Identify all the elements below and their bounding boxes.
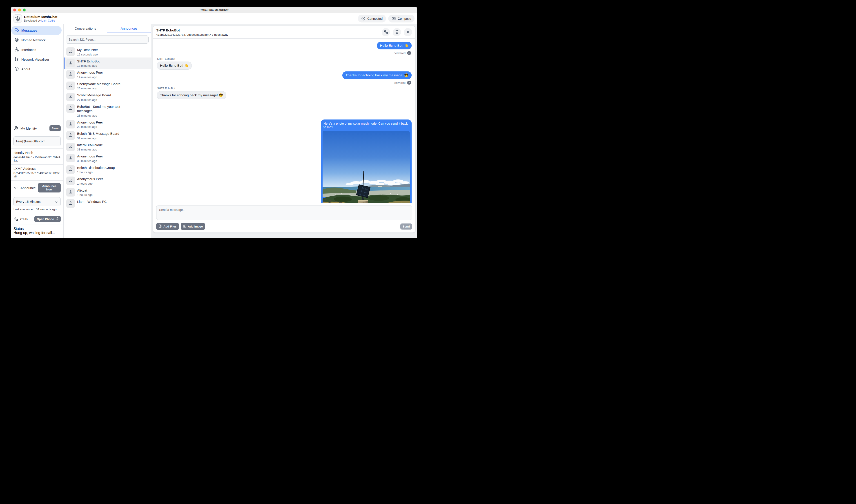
sidebar-item-nomad-network[interactable]: Nomad Network bbox=[11, 35, 62, 45]
sidebar-nav: Messages Nomad Network Interfaces Networ… bbox=[11, 24, 64, 74]
peer-name: Sovbit Message Board bbox=[77, 93, 111, 97]
peer-name: Beleth RNS Message Board bbox=[77, 131, 119, 136]
developer-link[interactable]: Liam Cottle bbox=[41, 19, 55, 22]
close-conversation-button[interactable] bbox=[404, 28, 412, 36]
tab-announces[interactable]: Announces bbox=[107, 24, 151, 33]
peer-avatar bbox=[66, 154, 75, 162]
peer-avatar bbox=[66, 59, 75, 67]
sidebar-item-interfaces[interactable]: Interfaces bbox=[11, 45, 62, 54]
status-label: Status bbox=[14, 227, 61, 231]
tab-conversations[interactable]: Conversations bbox=[64, 24, 107, 33]
add-files-button[interactable]: Add Files bbox=[156, 223, 179, 230]
sidebar-item-label: Messages bbox=[21, 29, 37, 32]
incoming-message-bubble[interactable]: Hello Echo Bot! 👋 bbox=[157, 61, 192, 70]
incoming-message: SHTF EchoBot Thanks for echoing back my … bbox=[157, 85, 412, 99]
message-input[interactable] bbox=[156, 205, 412, 220]
identity-hash-block: Identity Hash e49ac4d5b451715a647a672670… bbox=[11, 148, 64, 164]
call-peer-button[interactable] bbox=[382, 28, 390, 36]
sidebar-item-about[interactable]: About bbox=[11, 65, 62, 74]
person-icon bbox=[68, 167, 73, 173]
peer-announce-time: 12 seconds ago bbox=[77, 53, 98, 56]
status-value: Hung up, waiting for call... bbox=[14, 231, 61, 235]
peer-announce-time: 31 minutes ago bbox=[77, 137, 119, 140]
announce-now-button[interactable]: Announce Now bbox=[38, 183, 61, 193]
sidebar-item-label: About bbox=[21, 67, 30, 71]
sidebar-item-messages[interactable]: Messages bbox=[11, 26, 62, 35]
landscape-photo bbox=[322, 131, 410, 203]
sidebar-item-label: Interfaces bbox=[21, 48, 36, 52]
peer-row[interactable]: Anonymous Peer 14 minutes ago bbox=[64, 69, 151, 80]
outgoing-message-bubble[interactable]: Hello Echo Bot! 👋 bbox=[377, 42, 412, 49]
add-image-button[interactable]: Add Image bbox=[181, 223, 205, 230]
peer-announce-time: 27 minutes ago bbox=[77, 98, 111, 102]
peer-announce-time: 33 minutes ago bbox=[77, 148, 103, 151]
announce-interval-select[interactable]: Every 15 Minutes bbox=[14, 197, 61, 206]
image-icon bbox=[183, 224, 186, 229]
sidebar: Messages Nomad Network Interfaces Networ… bbox=[11, 24, 64, 238]
trash-icon bbox=[395, 30, 399, 35]
person-icon bbox=[68, 178, 73, 184]
peer-row[interactable]: InternLXMFNode 33 minutes ago bbox=[64, 141, 151, 153]
photo-attachment[interactable] bbox=[322, 131, 410, 203]
zoom-window-button[interactable] bbox=[23, 8, 25, 12]
sidebar-item-network-visualiser[interactable]: Network Visualiser bbox=[11, 55, 62, 64]
peer-row[interactable]: Beleth Distribution Group 1 hours ago bbox=[64, 164, 151, 175]
outgoing-message-bubble[interactable]: Thanks for echoing back my message! 😎 bbox=[342, 71, 412, 79]
chat-area: SHTF EchoBot <1dbc2281c4223c7a479de8cd8a… bbox=[151, 24, 417, 238]
compose-button[interactable]: Compose bbox=[388, 15, 415, 22]
save-button[interactable]: Save bbox=[50, 125, 61, 131]
peer-name: EchoBot - Send me your test messages! bbox=[77, 104, 125, 113]
peer-announce-time: 14 minutes ago bbox=[77, 75, 103, 79]
peer-name: SHTF EchoBot bbox=[77, 59, 100, 64]
peer-row[interactable]: EchoBot - Send me your test messages! 28… bbox=[64, 103, 151, 119]
identity-hash-value: e49ac4d5b451715a647a6726704c41ac bbox=[14, 156, 61, 162]
delivery-status: delivered bbox=[394, 51, 411, 55]
peer-row[interactable]: SherbyNode Message Board 26 minutes ago bbox=[64, 80, 151, 92]
identity-panel: My Identity Save Identity Hash e49ac4d5b… bbox=[11, 123, 64, 238]
peer-row[interactable]: Alixpat 1 hours ago bbox=[64, 187, 151, 198]
peer-row[interactable]: Sovbit Message Board 27 minutes ago bbox=[64, 91, 151, 103]
display-name-input[interactable] bbox=[14, 136, 61, 146]
open-phone-button[interactable]: Open Phone bbox=[34, 216, 61, 222]
titlebar: Reticulum MeshChat bbox=[11, 7, 417, 13]
peer-row[interactable]: My Dear Peer 12 seconds ago bbox=[64, 46, 151, 57]
person-icon bbox=[68, 132, 73, 138]
connected-button[interactable]: Connected bbox=[358, 15, 386, 22]
peer-announce-time: 26 minutes ago bbox=[77, 87, 121, 90]
chat-header: SHTF EchoBot <1dbc2281c4223c7a479de8cd8a… bbox=[153, 26, 415, 39]
close-window-button[interactable] bbox=[13, 8, 16, 12]
peer-announce-time: 28 minutes ago bbox=[77, 114, 125, 117]
photo-caption: Here's a photo of my solar mesh node. Ca… bbox=[324, 122, 409, 129]
outgoing-message: Hello Echo Bot! 👋 delivered bbox=[157, 42, 412, 55]
close-icon bbox=[406, 30, 410, 35]
my-identity-label: My Identity bbox=[20, 126, 47, 130]
chat-card: SHTF EchoBot <1dbc2281c4223c7a479de8cd8a… bbox=[153, 26, 415, 233]
peer-row[interactable]: Anonymous Peer 1 hours ago bbox=[64, 175, 151, 187]
chat-bubbles-icon bbox=[14, 28, 19, 33]
minimize-window-button[interactable] bbox=[18, 8, 21, 12]
peer-row[interactable]: Liam - Windows PC bbox=[64, 198, 151, 209]
photo-message-bubble[interactable]: Here's a photo of my solar mesh node. Ca… bbox=[321, 120, 412, 203]
peer-name: SherbyNode Message Board bbox=[77, 82, 121, 86]
peer-avatar bbox=[66, 143, 75, 151]
peer-name: My Dear Peer bbox=[77, 48, 98, 52]
window-controls bbox=[13, 8, 25, 12]
envelope-icon bbox=[391, 16, 396, 21]
incoming-message-bubble[interactable]: Thanks for echoing back my message! 😎 bbox=[157, 91, 226, 99]
message-sender-label: SHTF EchoBot bbox=[157, 87, 175, 90]
composer: Add Files Add Image Send bbox=[153, 203, 415, 232]
delivery-status: delivered bbox=[394, 80, 411, 85]
app-title: Reticulum MeshChat bbox=[24, 15, 57, 19]
search-peers-input[interactable] bbox=[66, 35, 149, 43]
peer-row[interactable]: Anonymous Peer 28 minutes ago bbox=[64, 119, 151, 130]
person-circle-icon bbox=[14, 126, 18, 131]
peer-avatar bbox=[66, 165, 75, 174]
file-plus-icon bbox=[158, 224, 162, 229]
peer-announce-time: 13 minutes ago bbox=[77, 64, 100, 67]
send-button[interactable]: Send bbox=[400, 223, 412, 230]
peer-row[interactable]: SHTF EchoBot 13 minutes ago bbox=[64, 57, 151, 69]
delete-conversation-button[interactable] bbox=[393, 28, 401, 36]
peer-row[interactable]: Beleth RNS Message Board 31 minutes ago bbox=[64, 130, 151, 141]
wifi-icon bbox=[14, 185, 18, 191]
peer-row[interactable]: Anonymous Peer 38 minutes ago bbox=[64, 152, 151, 164]
